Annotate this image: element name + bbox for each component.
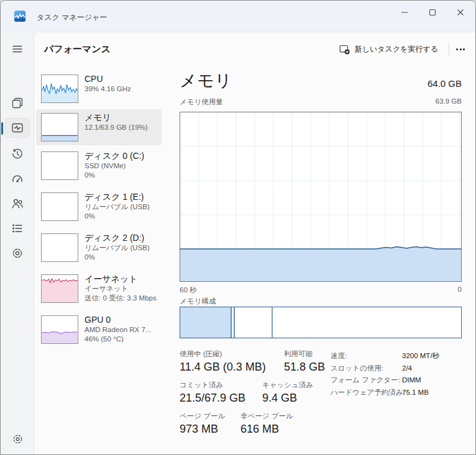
cpu-mini-chart <box>41 74 78 103</box>
window-title: タスク マネージャー <box>37 12 107 23</box>
processes-icon <box>11 97 24 109</box>
list-item-memory[interactable]: メモリ 12.1/63.9 GB (19%) <box>36 109 162 145</box>
maximize-button[interactable] <box>419 3 446 22</box>
detail-slots-used: スロットの使用: 2/4 <box>331 363 439 375</box>
hamburger-menu-button[interactable] <box>5 39 30 59</box>
device-subtitle2: 送信: 0 受信: 3.3 Mbps <box>85 294 157 303</box>
app-history-icon <box>11 148 24 160</box>
settings-button[interactable] <box>5 430 30 448</box>
disk0-mini-chart <box>41 151 78 180</box>
sidebar-item-performance[interactable] <box>5 118 30 138</box>
device-subtitle: リムーバブル (USB) <box>85 202 150 212</box>
nav-selected-indicator <box>1 122 3 135</box>
stat-in-use: 使用中 (圧縮) 11.4 GB (0.3 MB) <box>180 349 284 375</box>
usage-graph-max: 63.9 GB <box>436 97 462 105</box>
memory-stats: 使用中 (圧縮) 11.4 GB (0.3 MB) 利用可能 51.8 GB コ… <box>180 349 329 442</box>
device-subtitle: 12.1/63.9 GB (19%) <box>85 123 148 132</box>
sidebar-item-processes[interactable] <box>5 93 30 113</box>
content-card: パフォーマンス 新しいタスクを実行する <box>34 32 476 455</box>
stat-paged-pool: ページ プール 973 MB <box>180 411 240 437</box>
device-subtitle: リムーバブル (USB) <box>85 243 150 253</box>
device-title: メモリ <box>85 112 148 123</box>
memory-usage-graph <box>180 112 462 282</box>
run-new-task-button[interactable]: 新しいタスクを実行する <box>333 40 444 58</box>
list-item-ethernet[interactable]: イーサネット イーサネット 送信: 0 受信: 3.3 Mbps <box>36 271 162 309</box>
run-new-task-label: 新しいタスクを実行する <box>355 44 438 55</box>
performance-icon <box>11 122 24 134</box>
stat-available: 利用可能 51.8 GB <box>284 349 325 375</box>
memory-hardware-details: 速度: 3200 MT/秒 スロットの使用: 2/4 フォーム ファクター: D… <box>331 350 439 399</box>
sidebar-item-users[interactable] <box>5 194 30 214</box>
list-item-disk0[interactable]: ディスク 0 (C:) SSD (NVMe) 0% <box>36 148 162 186</box>
new-task-icon <box>339 44 350 55</box>
close-button[interactable] <box>447 3 474 22</box>
device-title: イーサネット <box>85 273 157 284</box>
gear-icon <box>12 433 24 445</box>
sidebar-item-details[interactable] <box>5 218 30 238</box>
task-manager-app-icon <box>14 11 25 22</box>
details-icon <box>11 222 24 235</box>
ellipsis-icon <box>456 48 458 50</box>
titlebar[interactable]: タスク マネージャー <box>1 1 475 32</box>
list-item-disk1[interactable]: ディスク 1 (E:) リムーバブル (USB) 0% <box>36 189 162 227</box>
task-manager-window: タスク マネージャー <box>0 0 476 455</box>
page-title: パフォーマンス <box>44 43 111 55</box>
detail-hardware-reserved: ハードウェア予約済み: 75.1 MB <box>331 387 439 399</box>
users-icon <box>11 197 24 210</box>
disk1-mini-chart <box>41 192 78 221</box>
device-subtitle: SSD (NVMe) <box>85 161 144 171</box>
device-subtitle2: 0% <box>85 212 150 221</box>
disk2-mini-chart <box>41 233 78 262</box>
time-axis-left: 60 秒 <box>180 286 197 295</box>
device-title: ディスク 0 (C:) <box>85 150 144 161</box>
sidebar-item-startup-apps[interactable] <box>5 169 30 189</box>
hamburger-icon <box>11 43 24 55</box>
memory-total: 64.0 GB <box>428 78 462 89</box>
stat-non-paged-pool: 非ページ プール 616 MB <box>240 411 293 437</box>
device-subtitle2: 0% <box>85 253 150 262</box>
memory-title: メモリ <box>180 70 232 92</box>
list-item-gpu[interactable]: GPU 0 AMD Radeon RX 7... 46% (50 °C) <box>36 312 162 350</box>
gpu-mini-chart <box>41 315 78 344</box>
services-icon <box>11 247 24 259</box>
startup-apps-icon <box>11 173 24 185</box>
header-separator <box>449 43 449 55</box>
device-title: ディスク 1 (E:) <box>85 191 150 202</box>
detail-speed: 速度: 3200 MT/秒 <box>331 350 439 363</box>
device-title: GPU 0 <box>85 314 151 325</box>
ethernet-mini-chart <box>41 274 78 303</box>
composition-label: メモリ構成 <box>180 297 216 306</box>
device-title: ディスク 2 (D:) <box>85 232 150 243</box>
sidebar-item-app-history[interactable] <box>5 144 30 164</box>
device-subtitle: イーサネット <box>85 284 157 294</box>
stat-cached: キャッシュ済み 9.4 GB <box>262 380 313 406</box>
list-item-disk2[interactable]: ディスク 2 (D:) リムーバブル (USB) 0% <box>36 230 162 268</box>
memory-composition-bar <box>180 307 462 338</box>
device-subtitle2: 0% <box>85 171 144 180</box>
list-item-cpu[interactable]: CPU 39% 4.16 GHz <box>36 71 162 107</box>
memory-mini-chart <box>41 113 78 142</box>
performance-device-list: CPU 39% 4.16 GHz メモリ 12.1/63.9 GB (19%) <box>36 71 162 350</box>
more-options-button[interactable] <box>452 42 469 56</box>
device-subtitle: AMD Radeon RX 7... <box>85 325 151 335</box>
detail-form-factor: フォーム ファクター: DIMM <box>331 374 439 387</box>
device-subtitle: 39% 4.16 GHz <box>85 84 131 94</box>
nav-rail <box>1 32 34 455</box>
device-title: CPU <box>85 73 131 84</box>
stat-committed: コミット済み 21.5/67.9 GB <box>180 380 262 406</box>
device-subtitle2: 46% (50 °C) <box>85 335 151 344</box>
time-axis-right: 0 <box>458 286 462 293</box>
minimize-button[interactable] <box>391 3 418 22</box>
sidebar-item-services[interactable] <box>5 243 30 263</box>
usage-graph-label: メモリ使用量 <box>180 97 223 107</box>
